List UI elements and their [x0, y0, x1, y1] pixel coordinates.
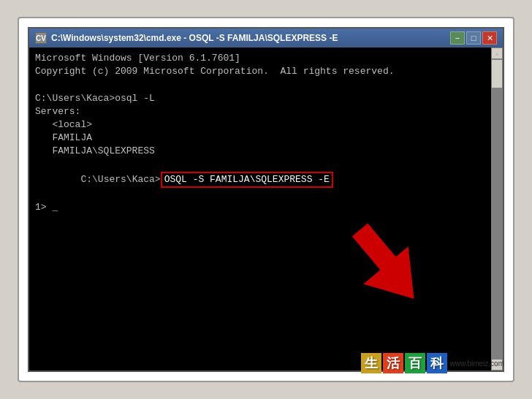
- minimize-button[interactable]: −: [450, 31, 465, 45]
- scrollbar-track: [491, 59, 503, 359]
- cmd-icon: CV: [35, 32, 47, 44]
- svg-marker-1: [363, 246, 436, 317]
- terminal-line-10: 1> _: [35, 201, 497, 214]
- terminal-line-7: FAMILJA: [35, 132, 497, 145]
- terminal-area[interactable]: Microsoft Windows [Version 6.1.7601] Cop…: [29, 48, 503, 370]
- terminal-line-6: <local>: [35, 118, 497, 132]
- terminal-line-4: C:\Users\Kaca>osql -L: [35, 92, 497, 105]
- watermark: 生 活 百 科 www.bimeiz.com: [361, 353, 504, 373]
- watermark-char-4: 科: [427, 353, 447, 373]
- prompt-prefix: C:\Users\Kaca>: [80, 174, 160, 185]
- terminal-line-5: Servers:: [35, 105, 497, 118]
- window-title: C:\Windows\system32\cmd.exe - OSQL -S FA…: [51, 33, 338, 43]
- terminal-line-8: FAMILJA\SQLEXPRESS: [35, 145, 497, 158]
- title-bar-left: CV C:\Windows\system32\cmd.exe - OSQL -S…: [35, 32, 338, 44]
- watermark-url: www.bimeiz.com: [450, 360, 504, 368]
- close-button[interactable]: ✕: [482, 31, 497, 45]
- terminal-line-3: [35, 78, 497, 91]
- scrollbar-thumb[interactable]: [491, 59, 503, 88]
- maximize-button[interactable]: □: [466, 31, 481, 45]
- scrollbar-up-button[interactable]: ▲: [491, 48, 503, 59]
- command-highlight: OSQL -S FAMILJA\SQLEXPRESS -E: [161, 172, 333, 188]
- watermark-chars: 生 活 百 科: [361, 353, 447, 373]
- scrollbar[interactable]: ▲ ▼: [491, 48, 503, 370]
- terminal-line-9: C:\Users\Kaca>OSQL -S FAMILJA\SQLEXPRESS…: [35, 159, 497, 202]
- watermark-char-3: 百: [405, 353, 425, 373]
- cmd-window: CV C:\Windows\system32\cmd.exe - OSQL -S…: [28, 27, 504, 372]
- title-bar: CV C:\Windows\system32\cmd.exe - OSQL -S…: [29, 28, 503, 48]
- title-bar-buttons: − □ ✕: [450, 31, 497, 45]
- outer-container: CV C:\Windows\system32\cmd.exe - OSQL -S…: [18, 17, 514, 382]
- watermark-char-1: 生: [361, 353, 381, 373]
- terminal-line-1: Microsoft Windows [Version 6.1.7601]: [35, 52, 497, 65]
- arrow-container: [327, 207, 444, 327]
- red-arrow-icon: [327, 207, 444, 324]
- svg-rect-0: [352, 223, 410, 286]
- watermark-char-2: 活: [383, 353, 403, 373]
- terminal-line-2: Copyright (c) 2009 Microsoft Corporation…: [35, 65, 497, 78]
